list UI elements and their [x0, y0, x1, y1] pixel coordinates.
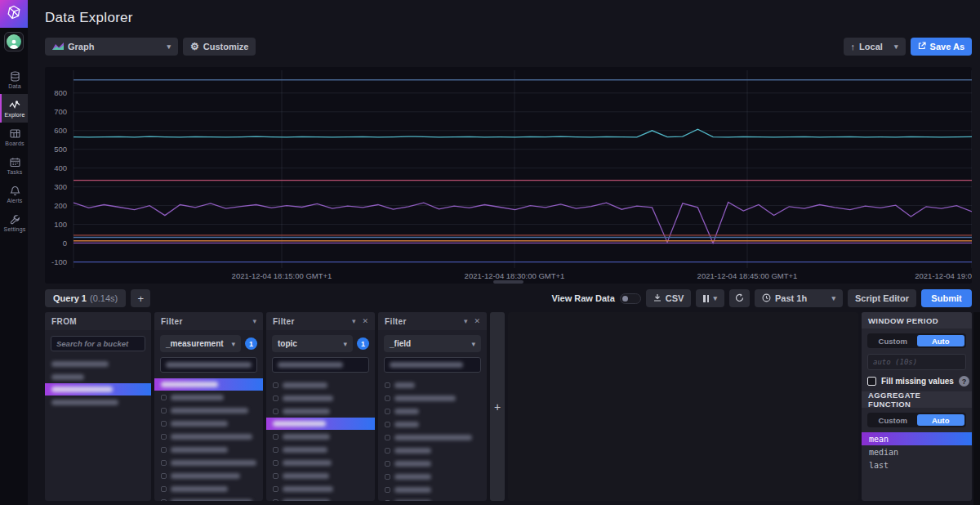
checkbox-icon: [385, 461, 390, 467]
window-period-input[interactable]: [873, 358, 960, 366]
redacted-value: [394, 448, 431, 454]
query-tab[interactable]: Query 1 (0.14s): [45, 289, 126, 307]
filter-value-item[interactable]: [154, 417, 263, 430]
filter-value-selected[interactable]: [154, 378, 263, 391]
sidebar-item-settings[interactable]: Settings: [0, 208, 28, 237]
influxdb-logo[interactable]: [0, 0, 28, 28]
filter-value-item[interactable]: [378, 470, 487, 483]
filter-value-selected[interactable]: [266, 418, 375, 430]
sidebar-item-tasks[interactable]: Tasks: [0, 151, 28, 180]
filter-value-item[interactable]: [154, 430, 263, 443]
graph-type-dropdown[interactable]: Graph ▾: [45, 38, 178, 56]
filter-value-item[interactable]: [154, 443, 263, 456]
sidebar-item-explore[interactable]: Explore: [0, 94, 28, 123]
customize-button[interactable]: ⚙ Customize: [183, 38, 256, 56]
filter-value-item[interactable]: [154, 456, 263, 469]
filter-value-item[interactable]: [266, 456, 375, 469]
filter-value-item[interactable]: [154, 391, 263, 404]
filter-type-dropdown[interactable]: _field ▾: [384, 335, 481, 352]
save-as-button[interactable]: Save As: [911, 38, 972, 56]
sidebar-item-alerts[interactable]: Alerts: [0, 180, 28, 208]
csv-download-button[interactable]: CSV: [646, 289, 692, 307]
chevron-down-icon[interactable]: ▾: [352, 317, 356, 325]
aggregate-custom-option[interactable]: Custom: [869, 414, 917, 426]
fill-missing-values-checkbox[interactable]: [867, 377, 876, 386]
submit-button[interactable]: Submit: [921, 289, 972, 307]
svg-text:700: 700: [54, 107, 67, 116]
chevron-down-icon[interactable]: ▾: [252, 317, 256, 325]
aggregate-function-mean[interactable]: mean: [862, 432, 972, 445]
pause-dropdown-button[interactable]: ▾: [696, 289, 724, 307]
view-raw-data-toggle[interactable]: [620, 293, 641, 304]
filter-value-item[interactable]: [378, 378, 487, 391]
filter-value-item[interactable]: [378, 391, 487, 404]
filter-value-item[interactable]: [378, 418, 487, 431]
filter-type-label: _measurement: [166, 339, 224, 348]
time-series-chart[interactable]: 8007006005004003002001000-1002021-12-04 …: [45, 67, 972, 284]
timezone-dropdown[interactable]: ↑ Local ▾: [844, 38, 906, 56]
filter-type-dropdown[interactable]: _measurement ▾: [160, 335, 241, 352]
database-icon: [10, 71, 20, 82]
redacted-search-text: [390, 362, 463, 368]
filter-value-item[interactable]: [154, 482, 263, 495]
checkbox-icon: [273, 409, 278, 414]
filter-value-item[interactable]: [266, 443, 375, 456]
filter-type-dropdown[interactable]: topic ▾: [272, 335, 353, 352]
window-custom-option[interactable]: Custom: [869, 335, 917, 346]
filter-value-item[interactable]: [154, 404, 263, 417]
filter-value-item[interactable]: [266, 469, 375, 482]
chevron-down-icon[interactable]: ▾: [464, 317, 468, 325]
sidebar-item-data[interactable]: Data: [0, 65, 28, 94]
add-function-button[interactable]: +: [494, 400, 501, 413]
bucket-item[interactable]: [45, 357, 151, 370]
filter-value-item[interactable]: [378, 444, 487, 457]
checkbox-icon: [385, 409, 390, 414]
filter-value-item[interactable]: [266, 391, 375, 404]
chart-horizontal-scrollbar[interactable]: [493, 280, 523, 284]
filter-value-item[interactable]: [266, 404, 375, 418]
filter-value-item[interactable]: [378, 457, 487, 470]
svg-text:0: 0: [63, 239, 67, 248]
filter-value-item[interactable]: [378, 483, 487, 496]
window-period-mode-toggle: Custom Auto: [867, 333, 966, 348]
refresh-button[interactable]: [729, 289, 750, 307]
bucket-item-selected[interactable]: [45, 383, 151, 396]
redacted-value: [283, 447, 327, 453]
right-edge-strip: [973, 312, 980, 505]
svg-text:800: 800: [54, 88, 67, 97]
bell-icon: [10, 185, 20, 196]
filter-search-input[interactable]: [384, 357, 481, 373]
window-auto-option[interactable]: Auto: [917, 335, 965, 346]
close-icon[interactable]: ✕: [362, 317, 368, 325]
aggregate-auto-option[interactable]: Auto: [917, 414, 965, 426]
sidebar-item-boards[interactable]: Boards: [0, 123, 28, 151]
close-icon[interactable]: ✕: [474, 317, 480, 325]
filter-value-item[interactable]: [378, 404, 487, 418]
bucket-search-input[interactable]: [56, 339, 140, 348]
filter-value-item[interactable]: [266, 495, 375, 501]
filter-search-input[interactable]: [160, 357, 257, 373]
redacted-value: [394, 487, 431, 493]
filter-search-input[interactable]: [272, 357, 369, 373]
aggregate-function-last[interactable]: last: [862, 458, 972, 471]
filter-type-label: topic: [278, 339, 297, 348]
filter-value-item[interactable]: [154, 495, 263, 501]
filter-value-item[interactable]: [154, 469, 263, 482]
add-query-button[interactable]: +: [131, 289, 150, 307]
filter-value-item[interactable]: [266, 482, 375, 495]
bucket-item[interactable]: [45, 370, 151, 383]
time-range-dropdown[interactable]: Past 1h ▾: [755, 289, 843, 307]
help-icon[interactable]: ?: [959, 376, 969, 387]
redacted-value: [283, 499, 330, 502]
redacted-value: [283, 382, 327, 388]
redacted-value: [394, 474, 431, 480]
filter-value-item[interactable]: [266, 378, 375, 391]
aggregate-function-median[interactable]: median: [862, 445, 972, 458]
user-avatar[interactable]: [0, 28, 28, 56]
filter-value-item[interactable]: [378, 496, 487, 501]
filter-value-item[interactable]: [266, 430, 375, 443]
script-editor-button[interactable]: Script Editor: [848, 289, 916, 307]
filter-value-item[interactable]: [378, 431, 487, 444]
bucket-item[interactable]: [45, 396, 151, 409]
page-title: Data Explorer: [45, 10, 133, 26]
